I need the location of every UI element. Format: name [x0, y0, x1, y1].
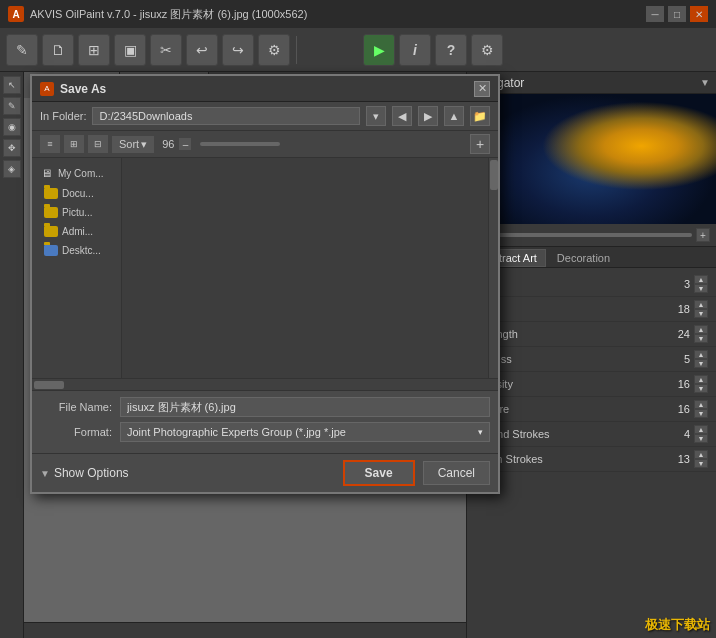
format-select[interactable]: Joint Photographic Experts Group (*.jpg …: [120, 422, 490, 442]
undo-button[interactable]: ↩: [186, 34, 218, 66]
open-tool-button[interactable]: 🗋: [42, 34, 74, 66]
paint-tool-button[interactable]: ✎: [6, 34, 38, 66]
zoom-in-button[interactable]: +: [696, 228, 710, 242]
nav-forward-button[interactable]: ▶: [418, 106, 438, 126]
folder-icon-pics: [44, 207, 58, 218]
setting-row-2: e Length 24 ▲ ▼: [467, 322, 716, 347]
redo-button[interactable]: ↪: [222, 34, 254, 66]
info-button[interactable]: i: [399, 34, 431, 66]
h-scroll-thumb: [34, 381, 64, 389]
close-button[interactable]: ✕: [690, 6, 708, 22]
setting-row-1: n 18 ▲ ▼: [467, 297, 716, 322]
spin-up-4[interactable]: ▲: [694, 375, 708, 384]
side-tool-4[interactable]: ✥: [3, 139, 21, 157]
spin-up-2[interactable]: ▲: [694, 325, 708, 334]
setting-row-6: ground Strokes 4 ▲ ▼: [467, 422, 716, 447]
minimize-button[interactable]: ─: [646, 6, 664, 22]
spin-down-3[interactable]: ▼: [694, 359, 708, 368]
settings-tool-button[interactable]: ⚙: [258, 34, 290, 66]
folder-icon-admin: [44, 226, 58, 237]
spin-down-4[interactable]: ▼: [694, 384, 708, 393]
spin-up-7[interactable]: ▲: [694, 450, 708, 459]
spin-up-5[interactable]: ▲: [694, 400, 708, 409]
spin-down-0[interactable]: ▼: [694, 284, 708, 293]
dialog-vertical-scrollbar[interactable]: [488, 158, 498, 378]
spin-down-6[interactable]: ▼: [694, 434, 708, 443]
navigator-image: [467, 94, 716, 224]
tree-item-admin[interactable]: Admi...: [32, 222, 121, 241]
spin-up-0[interactable]: ▲: [694, 275, 708, 284]
nav-new-folder-button[interactable]: 📁: [470, 106, 490, 126]
tree-item-documents[interactable]: Docu...: [32, 184, 121, 203]
help-button[interactable]: ?: [435, 34, 467, 66]
setting-label-0: y: [475, 278, 654, 290]
view-grid-button[interactable]: ⊟: [88, 135, 108, 153]
view-detail-button[interactable]: ⊞: [64, 135, 84, 153]
sort-button[interactable]: Sort ▾: [112, 136, 154, 153]
cancel-button[interactable]: Cancel: [423, 461, 490, 485]
setting-value-3: 5: [654, 353, 690, 365]
dialog-horizontal-scrollbar[interactable]: [32, 378, 498, 390]
setting-value-4: 16: [654, 378, 690, 390]
side-tool-5[interactable]: ◈: [3, 160, 21, 178]
maximize-button[interactable]: □: [668, 6, 686, 22]
side-tool-2[interactable]: ✎: [3, 97, 21, 115]
format-dropdown-arrow: ▾: [478, 427, 483, 437]
nav-up-button[interactable]: ▲: [444, 106, 464, 126]
save-button[interactable]: Save: [343, 460, 415, 486]
print-tool-button[interactable]: ⊞: [78, 34, 110, 66]
add-button[interactable]: +: [470, 134, 490, 154]
side-tool-3[interactable]: ◉: [3, 118, 21, 136]
play-button[interactable]: ▶: [363, 34, 395, 66]
toolbar-separator: [296, 36, 297, 64]
setting-value-2: 24: [654, 328, 690, 340]
crop-tool-button[interactable]: ✂: [150, 34, 182, 66]
spin-down-5[interactable]: ▼: [694, 409, 708, 418]
view-list-button[interactable]: ≡: [40, 135, 60, 153]
dialog-fields: File Name: Format: Joint Photographic Ex…: [32, 390, 498, 453]
app-title: AKVIS OilPaint v.7.0 - jisuxz 图片素材 (6).j…: [30, 7, 640, 22]
spin-up-6[interactable]: ▲: [694, 425, 708, 434]
dialog-toolbar: In Folder: D:/2345Downloads ▾ ◀ ▶ ▲ 📁: [32, 102, 498, 131]
tree-item-label-mycomputer: My Com...: [58, 168, 104, 179]
folder-dropdown-button[interactable]: ▾: [366, 106, 386, 126]
options-button[interactable]: ⚙: [471, 34, 503, 66]
folder-path-display: D:/2345Downloads: [92, 107, 360, 125]
setting-spinner-1: ▲ ▼: [694, 300, 708, 318]
scroll-thumb: [490, 160, 498, 190]
spin-up-1[interactable]: ▲: [694, 300, 708, 309]
folder-label: In Folder:: [40, 110, 86, 122]
setting-spinner-2: ▲ ▼: [694, 325, 708, 343]
navigator-toggle[interactable]: ▼: [700, 77, 710, 88]
right-panel: Navigator ▼ – + Abstract Art Decoration …: [466, 72, 716, 638]
image-tool-button[interactable]: ▣: [114, 34, 146, 66]
size-slider[interactable]: [200, 142, 280, 146]
format-row: Format: Joint Photographic Experts Group…: [40, 422, 490, 442]
setting-value-1: 18: [654, 303, 690, 315]
tree-item-desktop[interactable]: Desktc...: [32, 241, 121, 260]
nav-back-button[interactable]: ◀: [392, 106, 412, 126]
right-panel-tabs: Abstract Art Decoration: [467, 247, 716, 268]
spin-down-1[interactable]: ▼: [694, 309, 708, 318]
size-display: 96: [162, 138, 174, 150]
spin-up-3[interactable]: ▲: [694, 350, 708, 359]
spin-down-2[interactable]: ▼: [694, 334, 708, 343]
setting-spinner-6: ▲ ▼: [694, 425, 708, 443]
dialog-close-button[interactable]: ✕: [474, 81, 490, 97]
setting-label-1: n: [475, 303, 654, 315]
setting-spinner-7: ▲ ▼: [694, 450, 708, 468]
show-options-arrow: ▼: [40, 468, 50, 479]
tree-item-indent: [44, 226, 58, 237]
folder-icon-docs: [44, 188, 58, 199]
filename-input[interactable]: [120, 397, 490, 417]
tab-decoration[interactable]: Decoration: [548, 249, 619, 267]
tree-item-mycomputer[interactable]: 🖥 My Com...: [32, 162, 121, 184]
spin-down-7[interactable]: ▼: [694, 459, 708, 468]
tree-item-pictures[interactable]: Pictu...: [32, 203, 121, 222]
zoom-slider[interactable]: [491, 233, 692, 237]
tree-item-indent: [44, 245, 58, 256]
side-tool-1[interactable]: ↖: [3, 76, 21, 94]
show-options-toggle[interactable]: ▼ Show Options: [40, 466, 129, 480]
size-decrease-button[interactable]: –: [178, 137, 192, 151]
setting-spinner-3: ▲ ▼: [694, 350, 708, 368]
